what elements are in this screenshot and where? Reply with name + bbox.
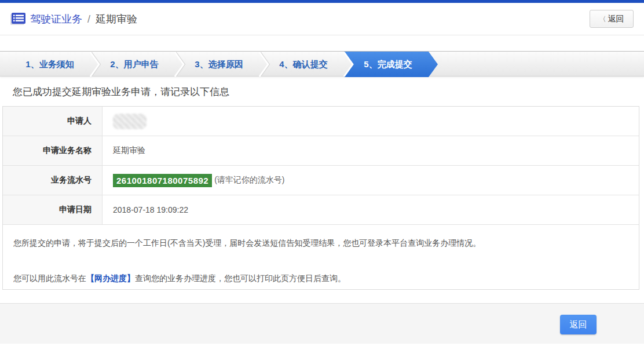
table-row-applicant: 申请人	[3, 107, 639, 136]
step-tab-5[interactable]: 5、完成提交	[344, 52, 438, 77]
result-table: 申请人 申请业务名称 延期审验 业务流水号 261001807180075892…	[2, 106, 639, 290]
success-message: 您已成功提交延期审验业务申请，请记录以下信息	[13, 85, 644, 99]
header-back-label: 返回	[608, 14, 624, 23]
row-value: 261001807180075892 (请牢记你的流水号)	[103, 166, 639, 195]
table-row-apply-date: 申请日期 2018-07-18 19:09:22	[3, 195, 639, 225]
step-tab-1[interactable]: 1、业务须知	[6, 52, 100, 77]
redacted-applicant-name	[113, 114, 147, 129]
row-label: 申请人	[3, 107, 103, 136]
row-value: 2018-07-18 19:09:22	[103, 195, 639, 224]
note-processing: 您所提交的申请，将于提交后的一个工作日(不含当天)受理，届时会发送短信告知受理结…	[13, 237, 628, 249]
breadcrumb: 驾驶证业务 / 延期审验	[30, 12, 137, 26]
step-tab-2[interactable]: 2、用户申告	[90, 52, 184, 77]
header-back-button[interactable]: 〈返回	[590, 10, 634, 28]
note-query-pre: 您可以用此流水号在	[13, 274, 86, 283]
serial-number-badge: 261001807180075892	[113, 174, 212, 187]
row-value	[103, 107, 639, 136]
progress-query-link[interactable]: 【网办进度】	[86, 274, 135, 283]
breadcrumb-current: 延期审验	[96, 13, 137, 25]
table-row-serial-number: 业务流水号 261001807180075892 (请牢记你的流水号)	[3, 166, 639, 195]
step-tab-3[interactable]: 3、选择原因	[175, 52, 269, 77]
step-wizard: 1、业务须知 2、用户申告 3、选择原因 4、确认提交 5、完成提交	[0, 51, 644, 77]
notes-section: 您所提交的申请，将于提交后的一个工作日(不含当天)受理，届时会发送短信告知受理结…	[3, 225, 639, 289]
spacer	[0, 290, 644, 303]
note-query-post: 查询您的业务办理进度，您也可以打印此页方便日后查询。	[135, 274, 346, 283]
table-row-business-name: 申请业务名称 延期审验	[3, 136, 639, 166]
row-label: 业务流水号	[3, 166, 103, 195]
note-query: 您可以用此流水号在【网办进度】查询您的业务办理进度，您也可以打印此页方便日后查询…	[13, 272, 628, 284]
footer-bar: 返回	[0, 303, 644, 344]
page-header: 驾驶证业务 / 延期审验 〈返回	[0, 3, 644, 35]
chevron-left-icon: 〈	[599, 15, 606, 23]
step-tab-4[interactable]: 4、确认提交	[259, 52, 353, 77]
serial-number-note: (请牢记你的流水号)	[214, 175, 284, 185]
breadcrumb-category: 驾驶证业务	[30, 13, 82, 25]
list-form-icon	[10, 13, 25, 25]
row-value: 延期审验	[103, 136, 639, 165]
footer-back-button[interactable]: 返回	[560, 315, 597, 334]
row-label: 申请业务名称	[3, 136, 103, 165]
row-label: 申请日期	[3, 195, 103, 224]
spacer	[0, 35, 644, 51]
breadcrumb-separator: /	[87, 13, 90, 25]
